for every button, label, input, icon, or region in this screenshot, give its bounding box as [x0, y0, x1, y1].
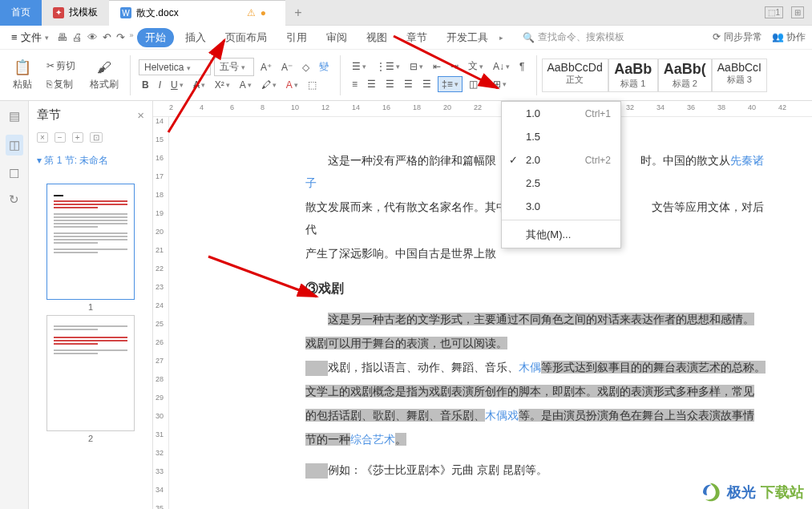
- highlight-icon[interactable]: 🖍▾: [258, 78, 280, 92]
- menu-bar: ≡ 文件 ▾ 🖶 🖨 👁 ↶ ↷ » 开始 插入 页面布局 引用 审阅 视图 章…: [0, 26, 812, 50]
- menu-references[interactable]: 引用: [278, 28, 315, 47]
- decrease-font-icon[interactable]: A⁻: [278, 60, 296, 75]
- print-icon[interactable]: 🖨: [72, 31, 83, 43]
- strikethrough-icon[interactable]: A̶▾: [190, 78, 208, 92]
- justify-icon[interactable]: ☰: [401, 77, 416, 91]
- clear-format-icon[interactable]: ◇: [299, 60, 313, 75]
- document-content[interactable]: 这是一种没有严格的韵律和篇幅限时。中国的散文从先秦诸子 散文发展而来，代有散文名…: [169, 117, 812, 509]
- horizontal-ruler[interactable]: 24681012141618202224262830323436384042: [153, 101, 812, 117]
- menu-sections[interactable]: 章节: [398, 28, 435, 47]
- document-area: 24681012141618202224262830323436384042 1…: [153, 101, 812, 509]
- collapse-icon[interactable]: −: [55, 132, 66, 143]
- ribbon: 📋 粘贴 ✂剪切 ⎘复制 🖌 格式刷 Helvetica ▾ 五号 ▾ A⁺ A…: [0, 50, 812, 101]
- vertical-ruler[interactable]: 1415161718192021222324252627282930313233…: [153, 117, 169, 509]
- spacing-1-0[interactable]: 1.0Ctrl+1: [502, 102, 620, 125]
- font-color-icon[interactable]: A▾: [283, 78, 301, 92]
- add-section-icon[interactable]: +: [72, 132, 83, 143]
- shading-icon[interactable]: ◫▾: [466, 77, 487, 91]
- borders-icon[interactable]: ⊞▾: [490, 77, 510, 91]
- bullets-icon[interactable]: ☰▾: [349, 59, 370, 74]
- settings-icon[interactable]: ⊡: [90, 132, 103, 143]
- command-search[interactable]: 🔍 查找命令、搜索模板: [523, 30, 624, 44]
- tab-template[interactable]: ✦ 找模板: [42, 0, 109, 26]
- superscript-icon[interactable]: X²▾: [212, 78, 233, 92]
- font-selector[interactable]: Helvetica ▾: [139, 59, 211, 75]
- menu-review[interactable]: 审阅: [318, 28, 355, 47]
- menu-start[interactable]: 开始: [137, 28, 174, 47]
- undo-icon[interactable]: ↶: [103, 31, 111, 43]
- bookmark-icon[interactable]: ◫: [6, 135, 23, 156]
- redo-icon[interactable]: ↷: [116, 31, 125, 43]
- numbering-icon[interactable]: ⋮☰▾: [373, 59, 403, 74]
- char-border-icon[interactable]: ⬚: [305, 78, 320, 92]
- multilevel-icon[interactable]: ⊟▾: [406, 59, 426, 74]
- increase-font-icon[interactable]: A⁺: [257, 60, 275, 75]
- new-tab-button[interactable]: +: [285, 6, 311, 20]
- link-comprehensive-art[interactable]: 综合艺术: [350, 433, 395, 446]
- link-puppet[interactable]: 木偶: [519, 361, 541, 374]
- spacing-3-0[interactable]: 3.0: [502, 195, 620, 218]
- copy-icon: ⎘: [46, 79, 52, 90]
- format-painter-button[interactable]: 🖌 格式刷: [87, 58, 122, 93]
- collab-button[interactable]: 👥 协作: [772, 30, 806, 44]
- thumb-label-1: 1: [39, 302, 142, 312]
- text-effect-icon[interactable]: A▾: [236, 78, 255, 92]
- preview-icon[interactable]: 👁: [87, 31, 98, 43]
- main-area: ▤ ◫ ☐ ↻ 章节 × × − + ⊡ ▾ 第 1 节: 未命名 ▬▬: [0, 101, 812, 509]
- sort-icon[interactable]: A↓▾: [490, 59, 513, 74]
- line-spacing-icon[interactable]: ‡≡▾: [438, 76, 463, 92]
- spacing-1-5[interactable]: 1.5: [502, 125, 620, 148]
- align-center-icon[interactable]: ☰: [364, 77, 379, 91]
- save-icon[interactable]: 🖶: [57, 31, 67, 43]
- paste-button[interactable]: 📋 粘贴: [10, 57, 35, 93]
- thumbnail-page-2[interactable]: [46, 315, 135, 431]
- style-heading1[interactable]: AaBb标题 1: [608, 59, 658, 92]
- italic-icon[interactable]: I: [156, 78, 164, 92]
- style-normal[interactable]: AaBbCcDd正文: [542, 59, 608, 92]
- text-direction-icon[interactable]: 文▾: [465, 58, 487, 75]
- menu-insert[interactable]: 插入: [177, 28, 214, 47]
- phonetic-icon[interactable]: 變: [316, 59, 332, 75]
- expand-icon[interactable]: ×: [37, 132, 48, 143]
- cut-button[interactable]: ✂剪切: [43, 58, 79, 75]
- favorite-icon[interactable]: ☐: [9, 167, 19, 181]
- menu-layout[interactable]: 页面布局: [217, 28, 275, 47]
- outline-header: 章节 ×: [29, 101, 152, 129]
- outline-toolbar: × − + ⊡: [29, 129, 152, 146]
- link-puppet-show[interactable]: 木偶戏: [485, 409, 519, 422]
- menu-more-icon[interactable]: ▸: [499, 34, 503, 42]
- align-left-icon[interactable]: ≡: [349, 77, 361, 91]
- tab-home[interactable]: 首页: [0, 0, 42, 26]
- style-gallery: AaBbCcDd正文 AaBb标题 1 AaBb(标题 2 AaBbCcI标题 …: [542, 59, 768, 92]
- show-marks-icon[interactable]: ¶: [516, 59, 527, 74]
- distribute-icon[interactable]: ☰: [419, 77, 434, 91]
- style-heading2[interactable]: AaBb(标题 2: [658, 59, 712, 92]
- history-icon[interactable]: ↻: [9, 192, 19, 207]
- thumbnail-page-1[interactable]: ▬▬: [46, 184, 135, 300]
- left-rail: ▤ ◫ ☐ ↻: [0, 101, 29, 509]
- spacing-other[interactable]: 其他(M)...: [502, 222, 620, 248]
- decrease-indent-icon[interactable]: ⇤: [430, 59, 444, 74]
- increase-indent-icon[interactable]: ⇥: [447, 59, 462, 74]
- file-menu[interactable]: ≡ 文件 ▾: [6, 30, 54, 45]
- copy-button[interactable]: ⎘复制: [43, 76, 79, 93]
- tab-status-icons: ⚠ ●: [247, 7, 274, 18]
- dot-icon: ●: [261, 7, 266, 18]
- bold-icon[interactable]: B: [139, 78, 152, 92]
- watermark: 极光下载站: [698, 480, 804, 504]
- underline-icon[interactable]: U▾: [168, 78, 187, 92]
- window-grid-icon[interactable]: ⊞: [791, 6, 804, 18]
- window-layout-icon[interactable]: ⬚1: [765, 6, 783, 18]
- tab-document[interactable]: W 散文.docx ⚠ ●: [109, 0, 285, 26]
- sync-status[interactable]: ⟳ 同步异常: [713, 30, 762, 44]
- align-right-icon[interactable]: ☰: [382, 77, 398, 91]
- outline-section-1[interactable]: ▾ 第 1 节: 未命名: [29, 146, 152, 176]
- close-icon[interactable]: ×: [137, 108, 144, 122]
- menu-view[interactable]: 视图: [358, 28, 395, 47]
- menu-devtools[interactable]: 开发工具: [438, 28, 496, 47]
- spacing-2-5[interactable]: 2.5: [502, 172, 620, 195]
- style-heading3[interactable]: AaBbCcI标题 3: [712, 59, 767, 92]
- spacing-2-0[interactable]: 2.0Ctrl+2: [502, 148, 620, 172]
- size-selector[interactable]: 五号 ▾: [214, 58, 254, 76]
- outline-tab-icon[interactable]: ▤: [9, 109, 20, 123]
